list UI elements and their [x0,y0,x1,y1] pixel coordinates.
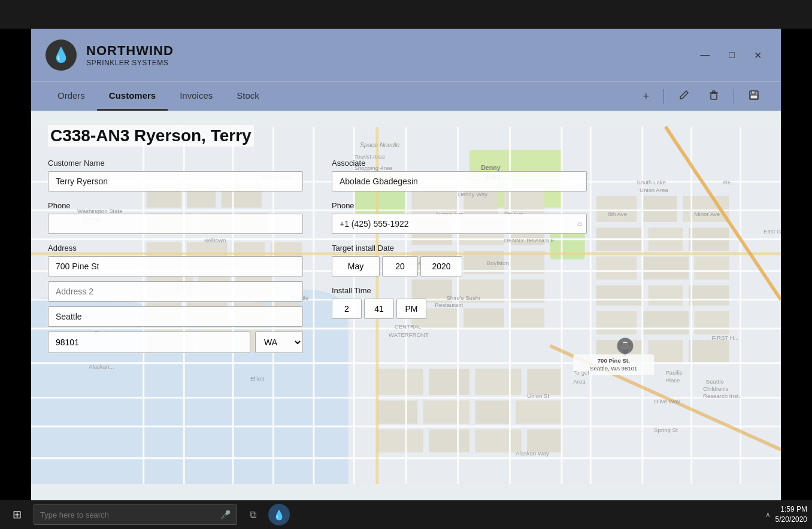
date-month[interactable]: May [332,256,380,276]
zip-state-row: WA CA OR ID [48,332,303,353]
nav-actions: + [635,85,766,108]
edit-icon [678,90,689,101]
customer-name-label: Customer Name [48,159,303,168]
time-hour[interactable]: 2 [332,299,362,319]
restore-button[interactable]: □ [724,47,740,63]
taskbar-date-display: 5/20/2020 [775,515,807,525]
start-button[interactable]: ⊞ [5,503,29,527]
svg-rect-57 [689,285,729,306]
svg-rect-73 [429,430,469,453]
tab-orders[interactable]: Orders [46,82,97,111]
date-day[interactable]: 20 [382,256,418,276]
time-row: 2 41 PM [332,299,587,319]
drop-icon: 💧 [52,47,70,63]
phone-label-right: Phone [332,201,587,210]
logo-icon: 💧 [46,39,77,71]
svg-rect-72 [377,430,423,453]
svg-rect-56 [648,285,683,306]
date-year[interactable]: 2020 [420,256,462,276]
address-label: Address [48,244,303,253]
svg-text:Seattle: Seattle [706,378,724,385]
svg-rect-47 [643,196,677,222]
taskbar-search-input[interactable] [40,510,216,519]
svg-rect-2 [713,91,715,93]
svg-rect-69 [423,400,469,424]
close-button[interactable]: ✕ [749,47,766,63]
title-bar: 💧 NORTHWIND SPRINKLER SYSTEMS — □ ✕ [31,29,781,81]
right-column: Associate Phone ○ [332,159,587,363]
time-minute[interactable]: 41 [364,299,394,319]
tab-customers[interactable]: Customers [97,82,168,111]
svg-text:RE...: RE... [723,179,736,186]
svg-text:Alaskan Way: Alaskan Way [516,450,549,457]
date-row: May 20 2020 [332,256,587,276]
associate-input[interactable] [332,171,587,191]
city-group [48,306,303,327]
install-time-label: Install Time [332,286,587,295]
taskbar: ⊞ 🎤 ⧉ 💧 ∧ 1:59 PM 5/20/2020 [0,500,812,529]
app-taskbar-icon: 💧 [273,509,285,521]
microphone-icon[interactable]: 🎤 [220,510,231,519]
svg-rect-75 [527,430,562,453]
phone-group-left: Phone [48,201,303,234]
svg-rect-54 [695,257,729,280]
svg-rect-53 [643,257,689,280]
delete-icon [708,90,719,101]
taskbar-restore-button[interactable]: ⧉ [242,504,263,525]
svg-text:Union Area: Union Area [640,187,668,193]
windows-icon: ⊞ [13,508,22,521]
customer-name-input[interactable] [48,171,303,191]
taskbar-app-button[interactable]: 💧 [268,504,290,525]
phone-input-left[interactable] [48,214,303,234]
svg-rect-46 [596,196,637,222]
svg-text:East G...: East G... [763,228,781,235]
minimize-button[interactable]: — [695,47,714,63]
svg-text:Elliott: Elliott [250,375,265,382]
address2-group [48,281,303,302]
target-date-label: Target install Date [332,244,587,253]
address-group: Address [48,244,303,353]
customer-title: C338-AN3 Ryerson, Terry [48,125,254,147]
install-time-group: Install Time 2 41 PM [332,286,587,319]
taskbar-search-bar[interactable]: 🎤 [34,504,237,525]
svg-rect-65 [429,369,469,394]
zip-input[interactable] [48,332,250,353]
svg-rect-60 [695,311,729,335]
nav-bar: Orders Customers Invoices Stock + [31,81,781,111]
svg-text:Research Inst.: Research Inst. [703,393,740,399]
svg-text:Place: Place [665,377,680,384]
save-button[interactable] [741,85,766,108]
svg-rect-67 [527,369,562,394]
save-icon [749,90,759,101]
delete-button[interactable] [701,85,726,108]
svg-rect-5 [750,95,758,99]
form-content: C338-AN3 Ryerson, Terry Customer Name Ph… [48,125,587,363]
system-tray-chevron[interactable]: ∧ [765,510,771,519]
phone-clear-button[interactable]: ○ [577,219,582,229]
tab-invoices[interactable]: Invoices [168,82,225,111]
edit-button[interactable] [671,85,696,108]
svg-rect-66 [475,369,522,394]
svg-rect-71 [516,400,562,424]
form-grid: Customer Name Phone Address [48,159,587,363]
add-button[interactable]: + [635,86,656,108]
customer-name-group: Customer Name [48,159,303,191]
tab-stock[interactable]: Stock [225,82,271,111]
app-logo: 💧 NORTHWIND SPRINKLER SYSTEMS [46,39,174,71]
phone-label-left: Phone [48,201,303,210]
taskbar-right: ∧ 1:59 PM 5/20/2020 [765,504,807,525]
target-date-group: Target install Date May 20 2020 [332,244,587,276]
city-input[interactable] [48,306,303,327]
address1-input[interactable] [48,256,303,276]
svg-rect-70 [475,400,510,424]
svg-text:Pacific: Pacific [665,369,683,376]
nav-divider-1 [663,89,664,104]
phone-input-right[interactable] [332,214,587,234]
state-select[interactable]: WA CA OR ID [255,332,303,353]
svg-rect-59 [643,311,689,335]
svg-text:Children's: Children's [703,385,729,392]
svg-text:Seattle, WA 98101: Seattle, WA 98101 [590,365,637,372]
time-period[interactable]: PM [396,299,426,319]
address2-input[interactable] [48,281,303,302]
left-column: Customer Name Phone Address [48,159,303,363]
